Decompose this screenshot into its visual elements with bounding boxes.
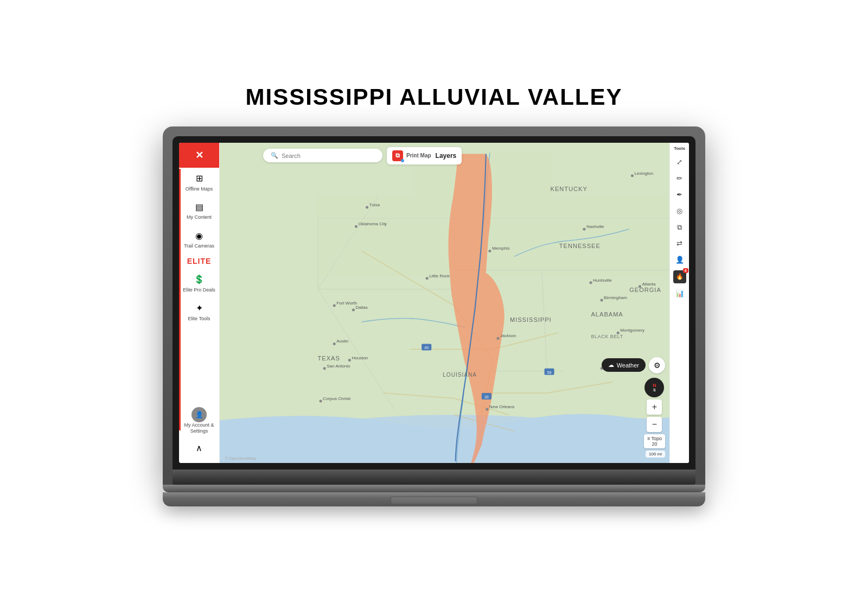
svg-point-32 [617,331,620,334]
laptop-base [163,492,705,506]
weather-icon: ☁ [608,361,614,369]
settings-icon: ⚙ [654,361,661,370]
svg-text:KENTUCKY: KENTUCKY [551,185,588,192]
svg-text:Austin: Austin [336,339,348,344]
sidebar-item-chevron[interactable]: ∧ [179,439,219,458]
sidebar-item-trail-cameras[interactable]: ◉ Trail Cameras [179,225,219,253]
topo-label: ≡ Topo [647,436,662,441]
layers-tool[interactable]: ⧉ [674,221,686,233]
topo-control[interactable]: ≡ Topo 20 [644,434,665,448]
svg-text:Memphis: Memphis [492,246,510,251]
svg-text:Corpus Christi: Corpus Christi [323,396,350,401]
svg-text:Lexington: Lexington [634,170,653,175]
sidebar-label-offline-maps: Offline Maps [186,186,213,192]
chart-tool[interactable]: 📊 [674,288,686,300]
topo-value: 20 [647,441,662,447]
sidebar-accent-bar [179,169,181,430]
compass-north: N [653,383,656,388]
laptop-frame: ✕ ⊞ Offline Maps ▤ My Content ◉ Trail Ca… [163,126,705,506]
avatar: 👤 [192,407,207,422]
svg-text:Dallas: Dallas [355,305,367,310]
svg-text:MISSISSIPPI: MISSISSIPPI [510,316,552,323]
sidebar-bottom: 👤 My Account & Settings ∧ [179,403,219,463]
layers-notification-dot [401,159,404,162]
svg-point-30 [589,281,592,284]
svg-point-26 [496,337,499,339]
select-tool[interactable]: ⤢ [674,156,686,168]
svg-point-48 [348,359,351,361]
fire-tool[interactable]: 🔥 4 [673,270,686,283]
layers-label: Layers [436,152,457,160]
tools-label: Tools [674,146,685,151]
elite-badge: ELITE [187,253,212,269]
map-settings-button[interactable]: ⚙ [649,357,665,373]
svg-point-28 [601,299,603,301]
svg-text:Tulsa: Tulsa [369,202,380,207]
svg-text:Birmingham: Birmingham [604,295,627,300]
sidebar-item-offline-maps[interactable]: ⊞ Offline Maps [179,168,219,196]
search-input[interactable] [282,153,375,159]
svg-point-34 [639,285,641,288]
svg-point-58 [320,399,322,402]
compass-south: S [653,388,656,392]
elite-pro-deals-icon: 💲 [193,273,206,286]
weather-button[interactable]: ☁ Weather [602,358,646,372]
laptop-bottom-bezel [173,470,695,485]
layers-button[interactable]: ⧉ Print Map Layers [387,147,462,164]
svg-text:Jackson: Jackson [500,333,516,338]
svg-text:Montgomery: Montgomery [620,328,644,333]
sidebar-item-my-content[interactable]: ▤ My Content [179,196,219,225]
svg-text:Fort Worth: Fort Worth [336,301,357,306]
svg-text:Atlanta: Atlanta [642,281,656,286]
page-title: MISSISSIPPI ALLUVIAL VALLEY [246,84,623,110]
svg-text:59: 59 [547,370,552,374]
sidebar-item-elite-tools[interactable]: ✦ Elite Tools [179,297,219,326]
svg-text:TENNESSEE: TENNESSEE [559,243,601,249]
svg-text:Nashville: Nashville [586,224,604,229]
sidebar-label-trail-cameras: Trail Cameras [184,243,214,249]
svg-point-20 [583,227,585,230]
sidebar-label-elite-pro-deals: Elite Pro Deals [183,287,215,293]
svg-point-44 [333,304,336,307]
print-map-label: Print Map [406,153,431,158]
svg-text:New Orleans: New Orleans [489,404,514,409]
svg-point-46 [352,308,355,311]
sidebar-item-elite-pro-deals[interactable]: 💲 Elite Pro Deals [179,269,219,297]
transfer-tool[interactable]: ⇄ [674,238,686,250]
sidebar-label-account: My Account & Settings [181,422,217,434]
svg-text:20: 20 [484,395,489,399]
search-icon: 🔍 [271,152,278,159]
people-tool[interactable]: 👤 [674,254,686,266]
close-button[interactable]: ✕ [179,143,219,168]
svg-point-24 [426,277,429,280]
svg-point-52 [323,367,326,370]
svg-point-56 [631,174,634,177]
map-container[interactable]: KENTUCKY TENNESSEE MISSISSIPPI ALABAMA G… [220,143,689,463]
svg-text:BLACK BELT: BLACK BELT [591,334,623,339]
layers-icon: ⧉ [392,150,403,161]
sidebar-item-account[interactable]: 👤 My Account & Settings [179,403,219,439]
svg-text:Oklahoma City: Oklahoma City [358,221,387,226]
svg-text:40: 40 [424,346,429,350]
pencil-tool[interactable]: ✏ [674,173,686,185]
svg-text:ALABAMA: ALABAMA [591,311,623,318]
svg-text:LOUISIANA: LOUISIANA [443,371,477,377]
sidebar-label-elite-tools: Elite Tools [188,316,210,322]
svg-text:Huntsville: Huntsville [593,277,612,282]
zoom-in-button[interactable]: + [647,399,662,415]
pen-tool[interactable]: ✒ [674,189,686,201]
svg-text:Little Rock: Little Rock [429,273,450,278]
scale-bar: 100 mi [646,451,665,458]
chevron-up-icon: ∧ [196,443,202,453]
pin-tool[interactable]: ◎ [674,205,686,217]
svg-point-50 [333,342,336,345]
my-content-icon: ▤ [193,200,206,213]
search-bar[interactable]: 🔍 [263,149,382,162]
svg-point-42 [355,225,358,227]
svg-text:Houston: Houston [352,355,368,360]
zoom-out-button[interactable]: − [647,417,662,432]
svg-point-22 [488,249,491,252]
compass-button[interactable]: N S [644,378,664,397]
trail-camera-icon: ◉ [193,229,206,242]
laptop-hinge [163,485,705,492]
